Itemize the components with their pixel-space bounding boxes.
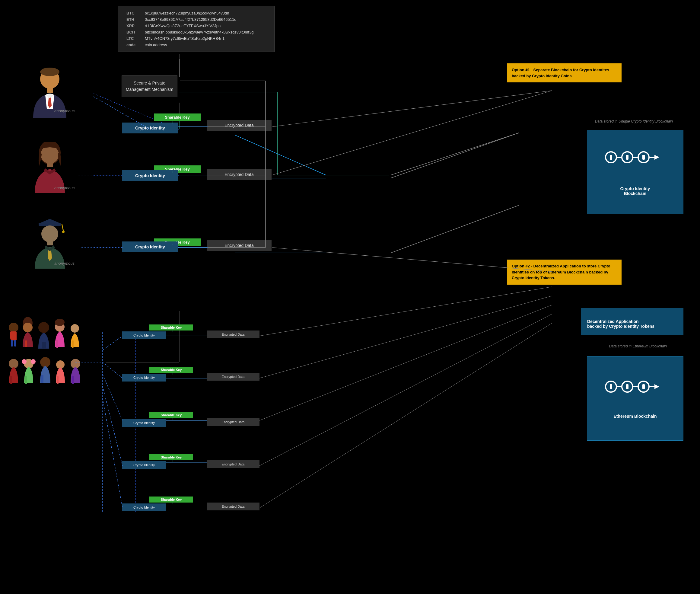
svg-line-15	[391, 133, 519, 178]
svg-line-98	[272, 91, 552, 127]
coin-table-row: XRPrf1BiGeXwwQoi8Z2ueFYTEXSwuJYfV2Jpn	[124, 23, 269, 29]
svg-rect-49	[72, 340, 74, 348]
svg-marker-71	[655, 155, 659, 160]
svg-rect-61	[72, 376, 74, 384]
svg-rect-69	[642, 155, 645, 160]
anon-label-2: anonymous	[54, 186, 74, 190]
anon-label-1: anonymous	[54, 109, 74, 113]
svg-point-33	[9, 323, 19, 332]
svg-rect-66	[626, 155, 629, 160]
svg-line-105	[103, 398, 123, 508]
svg-point-42	[38, 322, 49, 333]
mini-crypto-identity-3: Crypto Identity	[122, 419, 166, 427]
option1-box: Option #1 - Separate Blockchain for Cryp…	[507, 63, 622, 82]
coin-table-row: BTCbc1qjl8uwezzlech723lpnyuza0h2cdkvxvh5…	[124, 10, 269, 16]
option2-box: Option #2 - Decentralized Application to…	[507, 260, 622, 285]
ethereum-blockchain-box: Ethereum Blockchain	[587, 356, 684, 441]
svg-point-22	[40, 68, 60, 76]
svg-rect-63	[610, 155, 612, 160]
mini-crypto-identity-2: Crypto Identity	[122, 374, 166, 382]
svg-point-53	[22, 359, 27, 364]
crypto-identity-2: Crypto Identity	[122, 170, 178, 181]
svg-rect-43	[42, 342, 44, 349]
svg-point-56	[40, 357, 50, 367]
svg-point-46	[55, 319, 65, 326]
svg-rect-23	[47, 88, 53, 93]
svg-line-29	[62, 224, 63, 231]
data-stored-label-1: Data stored in Unique Crypto Identity Bl…	[595, 119, 673, 124]
svg-rect-73	[610, 384, 612, 389]
svg-rect-38	[14, 340, 16, 346]
svg-line-110	[259, 305, 552, 421]
mini-encrypted-data-5: Encrypted Data	[207, 502, 259, 510]
people-group	[6, 317, 91, 395]
crypto-identity-blockchain-box: Crypto Identity Blockchain	[587, 130, 684, 214]
mini-crypto-identity-1: Crypto Identity	[122, 331, 166, 339]
svg-rect-79	[642, 384, 645, 389]
coin-table-row: ETH0xc93748e8936CA7ac4f27b8712858d2De664…	[124, 16, 269, 23]
svg-point-30	[62, 231, 65, 233]
svg-point-48	[71, 324, 79, 333]
mini-encrypted-data-3: Encrypted Data	[207, 418, 259, 426]
coin-table-row: LTCMTvnA4CN73ry7c65wEuTSaKzb2pNKHB4n1	[124, 35, 269, 42]
crypto-identity-1: Crypto Identity	[122, 123, 178, 133]
svg-rect-76	[626, 384, 629, 389]
svg-point-54	[31, 359, 36, 364]
svg-rect-47	[56, 340, 58, 348]
svg-line-14	[391, 133, 519, 175]
management-box: Secure & Private Management Mechanism	[121, 75, 177, 97]
encrypted-data-2: Encrypted Data	[207, 169, 272, 180]
svg-rect-41	[25, 340, 27, 347]
management-label: Secure & Private Management Mechanism	[126, 80, 173, 92]
svg-line-99	[272, 91, 552, 175]
mini-sharable-key-1: Sharable Key	[149, 325, 193, 330]
sharable-key-1: Sharable Key	[154, 113, 201, 121]
svg-rect-37	[11, 340, 13, 346]
dapp-box: Decentralized Application backed by Cryp…	[581, 308, 684, 335]
svg-rect-44	[44, 342, 46, 349]
crypto-identity-blockchain-label: Crypto Identity Blockchain	[587, 178, 683, 201]
mini-encrypted-data-1: Encrypted Data	[207, 330, 259, 338]
svg-point-25	[41, 145, 59, 164]
svg-line-102	[103, 362, 123, 378]
svg-rect-59	[57, 376, 59, 384]
mini-crypto-identity-5: Crypto Identity	[122, 503, 166, 511]
svg-line-16	[391, 205, 519, 253]
svg-marker-81	[655, 384, 659, 389]
coin-table-row: codecoin address	[124, 42, 269, 48]
anon-label-3: anonymous	[54, 261, 74, 266]
svg-rect-26	[47, 162, 53, 167]
svg-line-112	[259, 323, 552, 508]
mini-sharable-key-3: Sharable Key	[149, 412, 193, 418]
mini-sharable-key-2: Sharable Key	[149, 367, 193, 373]
mini-encrypted-data-2: Encrypted Data	[207, 373, 259, 381]
ethereum-blockchain-label: Ethereum Blockchain	[587, 411, 683, 424]
encrypted-data-1: Encrypted Data	[207, 120, 272, 131]
svg-rect-51	[10, 376, 12, 384]
mini-crypto-identity-4: Crypto Identity	[122, 461, 166, 469]
svg-point-31	[41, 226, 58, 242]
svg-rect-36	[11, 331, 14, 339]
svg-line-111	[259, 314, 552, 466]
svg-line-103	[103, 374, 123, 421]
svg-rect-32	[47, 241, 53, 245]
crypto-identity-3: Crypto Identity	[122, 241, 178, 252]
mini-sharable-key-5: Sharable Key	[149, 496, 193, 502]
svg-line-101	[103, 336, 123, 350]
coin-table-row: BCHbitcoincash:pp8skudq3x5hzw8ew7vzsw8tn…	[124, 29, 269, 35]
mini-encrypted-data-4: Encrypted Data	[207, 460, 259, 468]
svg-line-104	[103, 386, 123, 466]
svg-point-40	[23, 323, 33, 332]
encrypted-data-3: Encrypted Data	[207, 240, 272, 251]
svg-line-108	[259, 287, 552, 336]
data-stored-label-2: Data stored in Ethereum Blockchain	[609, 344, 667, 348]
svg-rect-55	[25, 376, 27, 384]
mini-sharable-key-4: Sharable Key	[149, 454, 193, 460]
svg-rect-57	[41, 375, 43, 383]
coin-address-table: BTCbc1qjl8uwezzlech723lpnyuza0h2cdkvxvh5…	[118, 6, 275, 52]
svg-line-109	[259, 296, 552, 378]
dapp-label: Decentralized Application backed by Cryp…	[586, 313, 678, 330]
